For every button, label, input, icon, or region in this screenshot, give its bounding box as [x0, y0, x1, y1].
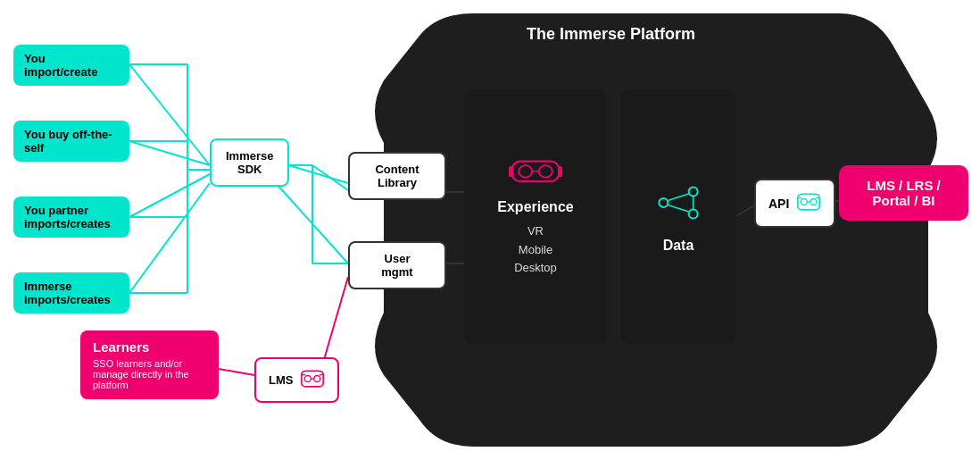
svg-rect-26 [509, 166, 512, 177]
svg-line-0 [129, 64, 210, 165]
svg-line-3 [129, 183, 210, 293]
lms-bottom-label: LMS [269, 373, 293, 387]
diagram-container: The Immerse Platform You import/create Y… [0, 0, 980, 460]
content-library-box: Content Library [348, 152, 446, 200]
lms-lrs-box: LMS / LRS / Portal / BI [839, 165, 968, 221]
lms-bottom-box: LMS [254, 357, 339, 403]
input-box-partner: You partner imports/creates [13, 197, 129, 238]
user-mgmt-line1: User [385, 252, 411, 265]
svg-point-36 [810, 199, 817, 205]
learners-title: Learners [93, 339, 206, 355]
svg-line-5 [268, 174, 348, 263]
svg-line-11 [321, 277, 348, 369]
user-mgmt-line2: mgmt [381, 265, 412, 279]
svg-line-8 [736, 205, 754, 216]
svg-line-1 [129, 141, 210, 165]
platform-title: The Immerse Platform [527, 25, 695, 44]
learners-box: Learners SSO learners and/or manage dire… [80, 330, 219, 399]
svg-point-41 [305, 376, 311, 382]
learners-subtitle: SSO learners and/or manage directly in t… [93, 358, 206, 390]
experience-title: Experience [497, 199, 573, 215]
svg-line-31 [668, 194, 688, 201]
svg-line-32 [668, 205, 688, 212]
svg-point-24 [539, 165, 552, 178]
input-box-import: You import/create [13, 45, 129, 86]
sdk-line1: Immerse [226, 149, 273, 163]
vr-headset-icon [509, 155, 562, 190]
api-icon [796, 189, 821, 217]
lms-icon [300, 366, 325, 394]
content-lib-line2: Library [378, 176, 417, 189]
svg-point-23 [519, 165, 532, 178]
data-card: Data [620, 89, 736, 344]
experience-subtitle: VR Mobile Desktop [514, 222, 557, 278]
sdk-box: Immerse SDK [210, 138, 289, 187]
svg-point-28 [659, 198, 668, 207]
input-box-immerse: Immerse imports/creates [13, 272, 129, 314]
svg-line-20 [312, 165, 348, 190]
lms-lrs-line1: LMS / LRS / [855, 178, 952, 193]
svg-point-42 [314, 376, 320, 382]
svg-point-30 [689, 209, 698, 218]
data-network-icon [656, 180, 701, 229]
lms-lrs-line2: Portal / BI [855, 193, 952, 208]
data-title: Data [663, 238, 694, 254]
user-mgmt-box: User mgmt [348, 241, 446, 289]
api-label: API [768, 197, 789, 211]
sdk-line2: SDK [237, 163, 262, 176]
api-box: API [754, 179, 835, 228]
svg-rect-27 [559, 166, 562, 177]
svg-line-10 [219, 369, 254, 375]
svg-point-29 [689, 187, 698, 196]
content-lib-line1: Content [375, 163, 419, 176]
experience-card: Experience VR Mobile Desktop [464, 89, 607, 344]
svg-line-2 [129, 174, 210, 217]
input-box-buy: You buy off-the-self [13, 121, 129, 162]
svg-point-35 [801, 199, 808, 205]
